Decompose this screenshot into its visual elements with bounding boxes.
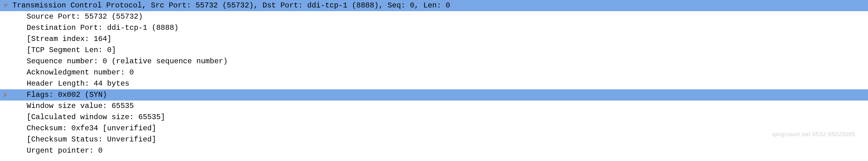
tcp-header-row[interactable]: Transmission Control Protocol, Src Port:… — [0, 0, 868, 11]
watermark-text: qingruanit.net 0532-85025005 — [773, 130, 856, 139]
expand-toggle[interactable] — [0, 4, 11, 7]
calc-win-text: [Calculated window size: 65535] — [11, 112, 868, 123]
src-port-text: Source Port: 55732 (55732) — [11, 11, 868, 22]
stream-index-text: [Stream index: 164] — [11, 33, 868, 45]
stream-index-row[interactable]: [Stream index: 164] — [0, 33, 868, 45]
expand-toggle[interactable] — [0, 92, 11, 97]
checksum-status-row[interactable]: [Checksum Status: Unverified] — [0, 134, 868, 145]
dst-port-row[interactable]: Destination Port: ddi-tcp-1 (8888) — [0, 22, 868, 33]
hdr-len-row[interactable]: Header Length: 44 bytes — [0, 78, 868, 89]
tcp-header-text: Transmission Control Protocol, Src Port:… — [11, 0, 868, 11]
win-size-row[interactable]: Window size value: 65535 — [0, 100, 868, 112]
ack-num-text: Acknowledgment number: 0 — [11, 67, 868, 78]
seq-num-text: Sequence number: 0 (relative sequence nu… — [11, 56, 868, 67]
calc-win-row[interactable]: [Calculated window size: 65535] — [0, 112, 868, 123]
chevron-down-icon — [3, 4, 8, 7]
win-size-text: Window size value: 65535 — [11, 100, 868, 112]
chevron-right-icon — [4, 92, 7, 97]
seg-len-text: [TCP Segment Len: 0] — [11, 45, 868, 56]
hdr-len-text: Header Length: 44 bytes — [11, 78, 868, 89]
seg-len-row[interactable]: [TCP Segment Len: 0] — [0, 45, 868, 56]
urgent-row[interactable]: Urgent pointer: 0 — [0, 145, 868, 156]
flags-row[interactable]: Flags: 0x002 (SYN) — [0, 89, 868, 100]
flags-text: Flags: 0x002 (SYN) — [25, 89, 868, 100]
dst-port-text: Destination Port: ddi-tcp-1 (8888) — [11, 22, 868, 33]
ack-num-row[interactable]: Acknowledgment number: 0 — [0, 67, 868, 78]
checksum-row[interactable]: Checksum: 0xfe34 [unverified] — [0, 123, 868, 134]
checksum-text: Checksum: 0xfe34 [unverified] — [11, 123, 868, 134]
src-port-row[interactable]: Source Port: 55732 (55732) — [0, 11, 868, 22]
seq-num-row[interactable]: Sequence number: 0 (relative sequence nu… — [0, 56, 868, 67]
checksum-status-text: [Checksum Status: Unverified] — [11, 134, 868, 145]
urgent-text: Urgent pointer: 0 — [11, 145, 868, 156]
